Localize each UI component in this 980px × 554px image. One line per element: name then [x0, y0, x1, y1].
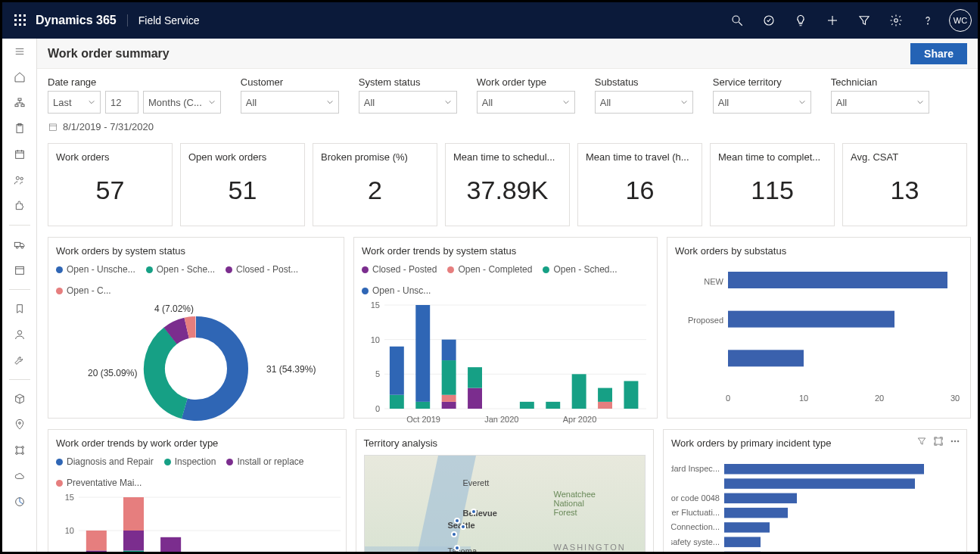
svg-text:Fire safety syste...: Fire safety syste...	[671, 537, 720, 546]
svg-rect-60	[390, 347, 404, 395]
settings-icon[interactable]	[881, 5, 911, 36]
svg-text:10: 10	[799, 394, 808, 403]
page-header: Work order summary Share	[37, 39, 978, 69]
svg-rect-63	[442, 402, 456, 409]
card-filter-icon[interactable]	[916, 436, 927, 449]
panel-territory[interactable]: Territory analysis Everett Bellevue Seat…	[356, 429, 655, 552]
map[interactable]: Everett Bellevue Seattle Tacoma WASHINGT…	[364, 455, 646, 552]
menu-toggle-icon[interactable]	[9, 43, 30, 60]
app-launcher-icon[interactable]	[8, 8, 33, 33]
svg-rect-3	[14, 19, 17, 21]
svg-rect-82	[728, 350, 804, 366]
hbar-chart: NEWProposed0102030	[675, 257, 963, 404]
panel-substatus[interactable]: Work orders by substatus NEWProposed0102…	[667, 237, 971, 419]
svg-rect-0	[14, 14, 17, 17]
svg-rect-103	[160, 537, 181, 552]
panel-trends-status[interactable]: Work order trends by system status Close…	[353, 237, 658, 419]
calendar-icon[interactable]	[9, 146, 30, 163]
svg-rect-64	[442, 395, 456, 402]
svg-rect-42	[49, 123, 56, 130]
add-icon[interactable]	[817, 5, 848, 36]
card-focus-icon[interactable]	[933, 436, 944, 449]
task-flow-icon[interactable]	[754, 5, 784, 36]
search-icon[interactable]	[722, 5, 752, 36]
svg-text:0: 0	[375, 404, 380, 413]
svg-rect-21	[21, 104, 24, 107]
chart-icon[interactable]	[9, 493, 30, 510]
kpi-card[interactable]: Open work orders51	[180, 143, 305, 226]
legend: Closed - Posted Open - Completed Open - …	[362, 264, 649, 296]
svg-rect-8	[23, 23, 26, 26]
territory-select[interactable]: All	[713, 91, 811, 114]
people-icon[interactable]	[9, 172, 30, 188]
donut-chart: 31 (54.39%) 20 (35.09%) 4 (7.02%)	[56, 300, 336, 429]
card-more-icon[interactable]	[950, 436, 960, 449]
connections-icon[interactable]	[9, 442, 30, 459]
panel-incident-type[interactable]: Work orders by primary incident type Sta…	[663, 429, 967, 552]
filter-label-substatus: Substatus	[595, 76, 693, 88]
svg-rect-24	[15, 151, 23, 158]
filter-label-systemstatus: System status	[359, 76, 457, 88]
svg-rect-78	[728, 272, 947, 288]
svg-rect-19	[18, 98, 21, 101]
stacked-bar-chart: 051015Oct 2019Jan 2020Apr 2020	[362, 300, 649, 425]
kpi-card[interactable]: Mean time to schedul...37.89K	[445, 143, 570, 226]
map-pin-icon[interactable]	[9, 416, 30, 433]
wotype-select[interactable]: All	[477, 91, 575, 114]
svg-text:30: 30	[950, 394, 960, 403]
svg-text:5: 5	[375, 369, 380, 378]
svg-rect-30	[14, 242, 20, 246]
customer-select[interactable]: All	[241, 91, 339, 114]
user-avatar[interactable]: WC	[949, 9, 972, 32]
svg-rect-101	[123, 497, 144, 531]
filter-icon[interactable]	[849, 5, 879, 36]
sitemap-icon[interactable]	[9, 95, 30, 111]
cloud-icon[interactable]	[9, 468, 30, 484]
person-icon[interactable]	[9, 326, 30, 343]
top-icon-bar: WC	[722, 5, 972, 36]
svg-text:Standard Inspec...: Standard Inspec...	[671, 464, 720, 473]
wrench-icon[interactable]	[9, 352, 30, 369]
svg-line-10	[739, 22, 742, 26]
filter-label-technician: Technician	[831, 76, 929, 88]
systemstatus-select[interactable]: All	[359, 91, 457, 114]
package-icon[interactable]	[9, 391, 30, 407]
home-icon[interactable]	[9, 69, 30, 86]
help-icon[interactable]	[913, 5, 943, 36]
svg-point-29	[20, 177, 23, 179]
kpi-card[interactable]: Mean time to travel (h...16	[577, 143, 702, 226]
svg-text:Proposed: Proposed	[688, 316, 723, 325]
clipboard-icon[interactable]	[9, 120, 30, 137]
svg-rect-70	[546, 402, 560, 409]
svg-rect-65	[442, 360, 456, 395]
svg-text:4 (7.02%): 4 (7.02%)	[154, 303, 194, 314]
truck-icon[interactable]	[9, 236, 30, 253]
technician-select[interactable]: All	[831, 91, 929, 114]
panel-trends-type[interactable]: Work order trends by work order type Dia…	[48, 429, 347, 552]
global-top-bar: Dynamics 365 Field Service WC	[2, 2, 978, 39]
kpi-card[interactable]: Broken promise (%)2	[313, 143, 437, 226]
date-unit-select[interactable]: Months (C...	[143, 91, 221, 114]
share-button[interactable]: Share	[910, 43, 967, 64]
schedule-icon[interactable]	[9, 262, 30, 279]
svg-point-9	[733, 16, 739, 23]
date-range-span: 8/1/2019 - 7/31/2020	[48, 121, 221, 132]
date-count-select[interactable]: 12	[105, 91, 138, 114]
lightbulb-icon[interactable]	[786, 5, 816, 36]
svg-rect-7	[19, 23, 21, 26]
svg-rect-68	[468, 367, 482, 387]
kpi-card[interactable]: Work orders57	[48, 143, 173, 226]
legend: Open - Unsche... Open - Sche... Closed -…	[56, 264, 336, 296]
svg-rect-61	[415, 402, 430, 409]
svg-rect-67	[468, 388, 482, 409]
puzzle-icon[interactable]	[9, 198, 30, 214]
svg-point-28	[16, 176, 19, 179]
substatus-select[interactable]: All	[595, 91, 693, 114]
date-preset-select[interactable]: Last	[48, 91, 101, 114]
stacked-bar-chart: 051015	[56, 493, 344, 552]
bookmark-icon[interactable]	[9, 300, 30, 317]
panel-wo-by-status[interactable]: Work orders by system status Open - Unsc…	[48, 237, 344, 419]
kpi-card[interactable]: Avg. CSAT13	[842, 143, 967, 226]
svg-text:15: 15	[65, 493, 74, 502]
kpi-card[interactable]: Mean time to complet...115	[710, 143, 835, 226]
